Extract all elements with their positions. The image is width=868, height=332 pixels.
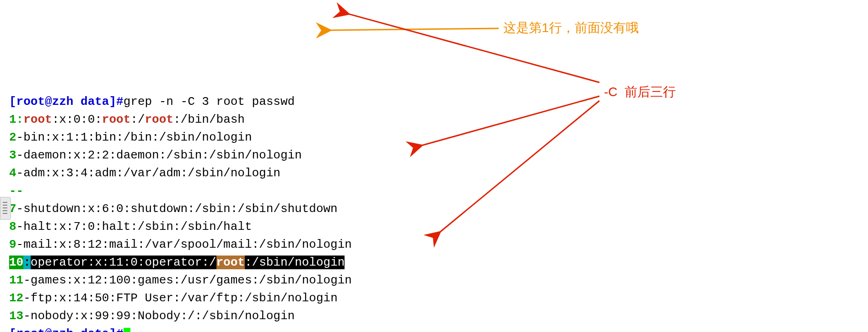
line-number: 9: [9, 238, 16, 251]
match-text: root: [216, 256, 245, 269]
match-text: root: [23, 113, 52, 126]
separator: --: [9, 184, 23, 198]
line-number: 12: [9, 291, 23, 305]
prompt: [root@zzh data]#: [9, 327, 124, 332]
line-number: 11: [9, 273, 23, 287]
arrow-orange: [329, 28, 499, 30]
command-text: grep -n -C 3 root passwd: [124, 95, 295, 109]
line-number: 10: [9, 256, 23, 269]
match-text: root: [102, 113, 130, 126]
prompt: [root@zzh data]#: [9, 95, 124, 109]
annotation-red: -C 前后三行: [604, 82, 676, 102]
cursor: [124, 328, 130, 332]
line-number: 3: [9, 148, 16, 162]
line-number: 1: [9, 113, 16, 126]
side-handle[interactable]: [0, 197, 11, 220]
terminal-output: [root@zzh data]#grep -n -C 3 root passwd…: [9, 75, 859, 332]
line-number: 4: [9, 166, 16, 180]
line-number: 13: [9, 309, 23, 323]
line-number: 8: [9, 220, 16, 234]
match-text: root: [145, 113, 173, 126]
annotation-orange: 这是第1行，前面没有哦: [503, 18, 639, 38]
line-number: 2: [9, 131, 16, 144]
